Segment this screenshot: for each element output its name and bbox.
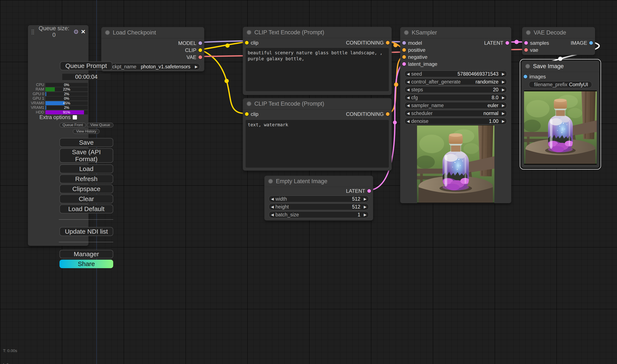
share-button[interactable]: Share xyxy=(59,260,113,268)
view-history-button[interactable]: View History xyxy=(73,129,100,134)
collapse-dot[interactable] xyxy=(525,64,530,69)
steps-widget[interactable]: ◀ steps 20 ▶ xyxy=(404,86,507,93)
update-ndi-list-button[interactable]: Update NDI list xyxy=(59,227,113,236)
clip-output-dot[interactable] xyxy=(198,48,202,52)
load-button[interactable]: Load xyxy=(59,164,113,173)
output-slot-model[interactable]: MODEL xyxy=(178,40,202,46)
prompt-textarea[interactable]: text, watermark xyxy=(246,120,389,168)
conditioning-output-dot[interactable] xyxy=(386,112,389,116)
queue-prompt-button[interactable]: Queue Prompt xyxy=(60,61,112,70)
latent-output-dot[interactable] xyxy=(506,41,509,45)
node-title[interactable]: KSampler xyxy=(400,27,511,38)
width-widget[interactable]: ◀ width 512 ▶ xyxy=(269,195,369,202)
widget-left-arrow[interactable]: ◀ xyxy=(407,112,410,115)
save-button[interactable]: Save xyxy=(59,138,113,147)
input-slot-vae[interactable]: vae xyxy=(524,47,538,53)
widget-right-arrow[interactable]: ▶ xyxy=(502,88,505,91)
load-default-button[interactable]: Load Default xyxy=(59,205,113,213)
clear-button[interactable]: Clear xyxy=(59,195,113,203)
vae-output-dot[interactable] xyxy=(198,55,202,59)
latent-image-input-dot[interactable] xyxy=(402,62,406,66)
refresh-button[interactable]: Refresh xyxy=(59,174,113,183)
image-output-dot[interactable] xyxy=(589,41,593,45)
widget-right-arrow[interactable]: ▶ xyxy=(502,104,505,107)
save-api-button[interactable]: Save (API Format) xyxy=(59,148,113,163)
input-slot-positive[interactable]: positive xyxy=(402,47,425,53)
manager-button[interactable]: Manager xyxy=(59,250,113,258)
widget-right-arrow[interactable]: ▶ xyxy=(364,205,367,209)
input-slot-clip[interactable]: clip xyxy=(245,111,258,117)
node-canvas[interactable]: Load Checkpoint MODEL CLIP VAE xyxy=(0,0,617,364)
output-slot-conditioning[interactable]: CONDITIONING xyxy=(346,40,389,46)
clip-input-dot[interactable] xyxy=(245,41,248,44)
node-clip-text-encode-positive[interactable]: CLIP Text Encode (Prompt) clip CONDITION… xyxy=(243,27,392,95)
prompt-textarea[interactable]: beautiful scenery nature glass bottle la… xyxy=(246,48,389,91)
output-slot-vae[interactable]: VAE xyxy=(187,54,202,60)
conditioning-output-dot[interactable] xyxy=(386,41,389,44)
output-slot-latent[interactable]: LATENT xyxy=(346,188,371,194)
close-icon[interactable]: ✕ xyxy=(81,28,85,35)
output-slot-clip[interactable]: CLIP xyxy=(185,47,202,53)
widget-left-arrow[interactable]: ◀ xyxy=(271,197,274,201)
collapse-dot[interactable] xyxy=(268,179,273,184)
output-slot-latent[interactable]: LATENT xyxy=(484,40,509,46)
ckpt-name-widget[interactable]: ◀ ckpt_name photon_v1.safetensors ▶ xyxy=(106,63,200,70)
widget-left-arrow[interactable]: ◀ xyxy=(407,80,410,84)
widget-left-arrow[interactable]: ◀ xyxy=(407,88,410,91)
collapse-dot[interactable] xyxy=(526,30,531,35)
widget-right-arrow[interactable]: ▶ xyxy=(364,213,367,217)
node-vae-decode[interactable]: VAE Decode samples IMAGE vae xyxy=(522,27,595,55)
positive-input-dot[interactable] xyxy=(402,48,406,52)
output-slot-image[interactable]: IMAGE xyxy=(571,40,593,46)
samples-input-dot[interactable] xyxy=(524,41,528,45)
node-title[interactable]: Save Image xyxy=(521,61,599,72)
node-title[interactable]: Load Checkpoint xyxy=(101,27,204,38)
drag-handle-icon[interactable]: ⣿ xyxy=(31,29,35,35)
widget-left-arrow[interactable]: ◀ xyxy=(407,96,410,100)
widget-right-arrow[interactable]: ▶ xyxy=(502,112,505,115)
widget-right-arrow[interactable]: ▶ xyxy=(364,197,367,201)
input-slot-images[interactable]: images xyxy=(524,74,546,80)
height-widget[interactable]: ◀ height 512 ▶ xyxy=(269,203,369,210)
collapse-dot[interactable] xyxy=(247,30,251,35)
node-empty-latent-image[interactable]: Empty Latent Image LATENT ◀ width 512 ▶ … xyxy=(264,176,373,221)
node-title[interactable]: CLIP Text Encode (Prompt) xyxy=(243,27,392,38)
widget-left-arrow[interactable]: ◀ xyxy=(407,72,410,76)
clipspace-button[interactable]: Clipspace xyxy=(59,184,113,193)
denoise-widget[interactable]: ◀ denoise 1.00 ▶ xyxy=(404,118,507,125)
gear-icon[interactable]: ⚙ xyxy=(73,28,79,35)
widget-left-arrow[interactable]: ◀ xyxy=(271,205,274,209)
collapse-dot[interactable] xyxy=(105,30,110,35)
latent-output-dot[interactable] xyxy=(367,189,371,193)
seed-widget[interactable]: ◀ seed 578804669371543 ▶ xyxy=(404,70,507,77)
node-title[interactable]: VAE Decode xyxy=(522,27,595,38)
scheduler-widget[interactable]: ◀ scheduler normal ▶ xyxy=(404,110,507,117)
clip-input-dot[interactable] xyxy=(245,112,248,116)
node-save-image[interactable]: Save Image images filename_prefix ComfyU… xyxy=(521,61,599,168)
node-title[interactable]: Empty Latent Image xyxy=(264,176,373,187)
node-ksampler[interactable]: KSampler model LATENT positive negative xyxy=(400,27,511,203)
node-title[interactable]: CLIP Text Encode (Prompt) xyxy=(243,98,392,109)
widget-right-arrow[interactable]: ▶ xyxy=(502,119,505,123)
widget-right-arrow[interactable]: ▶ xyxy=(502,96,505,100)
negative-input-dot[interactable] xyxy=(402,55,406,59)
control-after-generate-widget[interactable]: ◀ control_after_generate randomize ▶ xyxy=(404,78,507,85)
sampler-name-widget[interactable]: ◀ sampler_name euler ▶ xyxy=(404,102,507,109)
input-slot-samples[interactable]: samples xyxy=(524,40,549,46)
queue-front-button[interactable]: Queue Front xyxy=(59,123,86,127)
output-slot-conditioning[interactable]: CONDITIONING xyxy=(346,111,389,117)
model-input-dot[interactable] xyxy=(402,41,406,45)
widget-left-arrow[interactable]: ◀ xyxy=(407,104,410,107)
extra-options-checkbox[interactable] xyxy=(73,115,77,119)
collapse-dot[interactable] xyxy=(404,30,409,35)
widget-left-arrow[interactable]: ◀ xyxy=(407,119,410,123)
widget-left-arrow[interactable]: ◀ xyxy=(271,213,274,217)
input-slot-negative[interactable]: negative xyxy=(402,54,427,60)
widget-right-arrow[interactable]: ▶ xyxy=(502,72,505,76)
images-input-dot[interactable] xyxy=(524,75,527,78)
widget-right-arrow[interactable]: ▶ xyxy=(502,80,505,84)
filename-prefix-widget[interactable]: filename_prefix ComfyUI xyxy=(529,81,592,88)
input-slot-model[interactable]: model xyxy=(402,40,422,46)
cfg-widget[interactable]: ◀ cfg 8.0 ▶ xyxy=(404,94,507,101)
widget-right-arrow[interactable]: ▶ xyxy=(195,65,198,69)
